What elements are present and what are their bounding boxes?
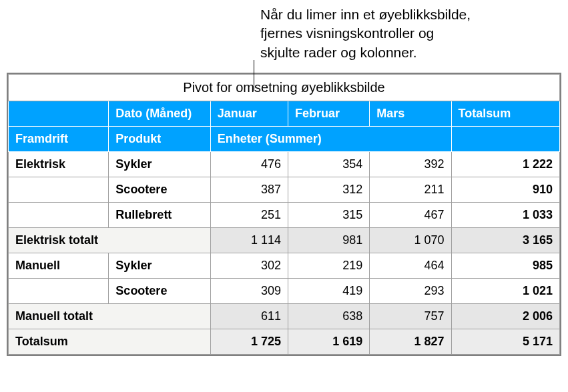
- group-label: Elektrisk: [9, 152, 109, 177]
- cell-tot: 1 033: [451, 203, 559, 228]
- subtotal-row-elektrisk: Elektrisk totalt 1 114 981 1 070 3 165: [9, 228, 560, 253]
- cell-jan: 476: [210, 152, 288, 177]
- subtotal-row-manuell: Manuell totalt 611 638 757 2 006: [9, 304, 560, 329]
- subtotal-feb: 638: [288, 304, 369, 329]
- subtotal-label: Manuell totalt: [9, 304, 211, 329]
- product-label: Sykler: [109, 253, 210, 279]
- subtotal-feb: 981: [288, 228, 369, 253]
- header-februar: Februar: [288, 101, 369, 127]
- subtotal-mar: 757: [370, 304, 451, 329]
- cell-feb: 419: [288, 279, 369, 304]
- grandtotal-feb: 1 619: [288, 329, 369, 355]
- cell-feb: 354: [288, 152, 369, 177]
- product-label: Rullebrett: [109, 203, 210, 228]
- pivot-table-wrap: Pivot for omsetning øyeblikksbilde Dato …: [7, 73, 561, 356]
- header-produkt: Produkt: [109, 127, 210, 152]
- header-row-2: Framdrift Produkt Enheter (Summer): [9, 127, 560, 152]
- caption-line-3: skjulte rader og kolonner.: [260, 43, 568, 62]
- group-label: Manuell: [9, 253, 109, 279]
- grandtotal-tot: 5 171: [451, 329, 559, 355]
- caption-line-1: Når du limer inn et øyeblikksbilde,: [260, 5, 568, 24]
- cell-mar: 467: [370, 203, 451, 228]
- grandtotal-row: Totalsum 1 725 1 619 1 827 5 171: [9, 329, 560, 355]
- cell-feb: 315: [288, 203, 369, 228]
- caption: Når du limer inn et øyeblikksbilde, fjer…: [0, 0, 568, 69]
- pivot-table: Pivot for omsetning øyeblikksbilde Dato …: [8, 74, 560, 355]
- cell-mar: 211: [370, 177, 451, 203]
- subtotal-jan: 1 114: [210, 228, 288, 253]
- header-mars: Mars: [370, 101, 451, 127]
- subtotal-label: Elektrisk totalt: [9, 228, 211, 253]
- cell-feb: 312: [288, 177, 369, 203]
- header-enheter: Enheter (Summer): [210, 127, 451, 152]
- group-label: [9, 203, 109, 228]
- subtotal-mar: 1 070: [370, 228, 451, 253]
- subtotal-jan: 611: [210, 304, 288, 329]
- cell-tot: 1 021: [451, 279, 559, 304]
- callout-pointer: [254, 60, 254, 91]
- group-label: [9, 177, 109, 203]
- table-row: Manuell Sykler 302 219 464 985: [9, 253, 560, 279]
- cell-jan: 251: [210, 203, 288, 228]
- cell-jan: 309: [210, 279, 288, 304]
- cell-feb: 219: [288, 253, 369, 279]
- header-totalsum: Totalsum: [451, 101, 559, 127]
- cell-tot: 1 222: [451, 152, 559, 177]
- grandtotal-jan: 1 725: [210, 329, 288, 355]
- group-label: [9, 279, 109, 304]
- table-row: Elektrisk Sykler 476 354 392 1 222: [9, 152, 560, 177]
- cell-tot: 910: [451, 177, 559, 203]
- product-label: Sykler: [109, 152, 210, 177]
- subtotal-tot: 2 006: [451, 304, 559, 329]
- header-januar: Januar: [210, 101, 288, 127]
- header-blank: [9, 101, 109, 127]
- table-title-row: Pivot for omsetning øyeblikksbilde: [9, 75, 560, 101]
- cell-jan: 302: [210, 253, 288, 279]
- header-row-1: Dato (Måned) Januar Februar Mars Totalsu…: [9, 101, 560, 127]
- product-label: Scootere: [109, 177, 210, 203]
- product-label: Scootere: [109, 279, 210, 304]
- cell-jan: 387: [210, 177, 288, 203]
- grandtotal-label: Totalsum: [9, 329, 211, 355]
- caption-line-2: fjernes visningskontroller og: [260, 24, 568, 43]
- cell-tot: 985: [451, 253, 559, 279]
- cell-mar: 293: [370, 279, 451, 304]
- cell-mar: 392: [370, 152, 451, 177]
- grandtotal-mar: 1 827: [370, 329, 451, 355]
- table-row: Scootere 387 312 211 910: [9, 177, 560, 203]
- table-row: Rullebrett 251 315 467 1 033: [9, 203, 560, 228]
- cell-mar: 464: [370, 253, 451, 279]
- header-blank-2: [451, 127, 559, 152]
- header-dato: Dato (Måned): [109, 101, 210, 127]
- subtotal-tot: 3 165: [451, 228, 559, 253]
- table-row: Scootere 309 419 293 1 021: [9, 279, 560, 304]
- header-framdrift: Framdrift: [9, 127, 109, 152]
- table-title: Pivot for omsetning øyeblikksbilde: [9, 75, 560, 101]
